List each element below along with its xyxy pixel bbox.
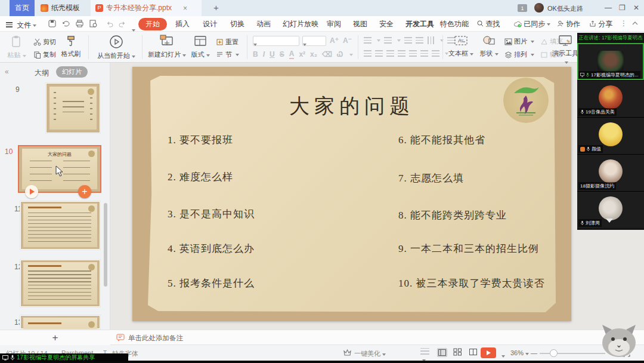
slide-title[interactable]: 大家的问题 (148, 93, 556, 120)
sync-status[interactable]: 已同步 (514, 19, 550, 29)
text-direction-icon[interactable] (428, 36, 434, 44)
align-left-icon[interactable] (364, 50, 371, 57)
scroll-down-icon[interactable] (606, 219, 613, 226)
justify-icon[interactable] (398, 50, 405, 57)
textbox-button[interactable]: A 文本框 (447, 35, 475, 58)
menu-tab-features[interactable]: 特色功能 (440, 19, 469, 29)
menu-tab-security[interactable]: 安全 (379, 19, 394, 29)
font-size-select[interactable] (302, 36, 326, 46)
participant-tile-3[interactable]: 颜值 (577, 117, 644, 154)
menu-tab-home[interactable]: 开始 (138, 18, 167, 30)
question-item-9[interactable]: 9. 一本二本和三本的招生比例 (398, 242, 539, 256)
sidebar-scrollbar[interactable] (104, 203, 107, 287)
font-family-select[interactable] (253, 36, 299, 46)
slides-tab[interactable]: 幻灯片 (56, 66, 88, 78)
question-item-6[interactable]: 6. 能不能报其他省 (398, 133, 485, 147)
participant-tile-2[interactable]: 19音像品关美 (577, 80, 644, 117)
increase-indent-icon[interactable] (416, 37, 423, 44)
outline-tab[interactable]: 大纲 (35, 68, 49, 78)
reset-button[interactable]: 重置 (216, 38, 239, 47)
clear-format-icon[interactable]: ⌫ (322, 50, 332, 59)
close-button[interactable]: ✕ (633, 4, 639, 12)
reading-view-icon[interactable] (469, 348, 479, 357)
numbering-icon[interactable] (384, 37, 392, 44)
new-slide-button[interactable]: 新建幻灯片 (148, 35, 186, 59)
normal-view-icon[interactable] (437, 348, 447, 357)
columns-icon[interactable] (420, 50, 428, 57)
menu-tab-transition[interactable]: 切换 (230, 19, 244, 29)
copy-button[interactable]: 复制 (33, 50, 56, 59)
present-tools-button[interactable]: 演示工具 (552, 35, 579, 65)
bullets-icon[interactable] (364, 37, 371, 44)
menu-tab-review[interactable]: 审阅 (327, 19, 341, 29)
minimize-button[interactable]: — (605, 4, 612, 12)
home-tab[interactable]: 首页 (10, 0, 35, 16)
decrease-indent-icon[interactable] (404, 37, 412, 44)
participant-tile-5[interactable]: 刘津周 (577, 191, 644, 228)
notification-badge[interactable]: 1 (518, 4, 527, 12)
play-from-current-button[interactable]: 从当前开始 (94, 35, 138, 60)
undo-icon[interactable] (105, 19, 114, 28)
document-tab[interactable]: P 专升本经验分享.pptx × (91, 0, 202, 16)
notes-toggle-icon[interactable] (420, 348, 431, 357)
arrange-button[interactable]: 排列 (504, 50, 534, 59)
screen-share-indicator[interactable]: 17影视编导夏明杰的屏幕共享 (0, 353, 128, 362)
play-options-caret-icon[interactable] (501, 355, 505, 359)
new-tab-button[interactable]: + (213, 2, 219, 13)
question-item-1[interactable]: 1. 要不要报班 (168, 133, 233, 147)
question-item-2[interactable]: 2. 难度怎么样 (168, 170, 233, 184)
undo-history-icon[interactable] (61, 19, 70, 28)
align-right-icon[interactable] (386, 50, 394, 57)
notes-bar[interactable]: 单击此处添加备注 (110, 330, 644, 345)
question-item-3[interactable]: 3. 是不是高中知识 (168, 207, 255, 221)
add-slide-button[interactable]: + (0, 330, 110, 345)
superscript-button[interactable]: x² (299, 50, 305, 59)
question-item-8[interactable]: 8. 能不能跨类别跨专业 (398, 208, 507, 222)
bold-button[interactable]: B (253, 50, 258, 59)
format-painter-button[interactable]: 格式刷 (58, 35, 83, 59)
zoom-slider-knob[interactable] (550, 349, 558, 357)
zoom-percent[interactable]: 36% (510, 349, 529, 356)
template-tab[interactable]: 纸壳模板 (36, 0, 85, 16)
underline-button[interactable]: U (270, 50, 275, 59)
user-avatar[interactable] (534, 3, 544, 13)
thumb-add-button[interactable]: + (78, 185, 91, 198)
increase-font-icon[interactable]: A⁺ (330, 36, 339, 45)
participant-tile-1[interactable]: 17影视编导夏明杰的... (577, 43, 644, 80)
strikethrough-button[interactable]: S (280, 50, 284, 59)
file-menu[interactable]: 文件 (6, 20, 36, 30)
slide-thumbnail-11[interactable] (20, 201, 101, 250)
layout-button[interactable]: 版式 (188, 35, 212, 59)
restore-button[interactable]: ❐ (619, 4, 626, 12)
search-menu[interactable]: 查找 (477, 19, 500, 29)
slide-thumbnail-12[interactable] (20, 259, 101, 307)
decrease-font-icon[interactable]: A⁻ (343, 36, 352, 45)
thumb-play-button[interactable] (25, 185, 38, 198)
question-item-5[interactable]: 5. 报考条件是什么 (168, 276, 255, 290)
slide-thumbnail-9[interactable] (45, 82, 101, 134)
question-item-10[interactable]: 10. 被三本录取了学费太贵读否 (398, 276, 545, 290)
collapse-ribbon-icon[interactable] (632, 19, 638, 27)
picture-button[interactable]: 图片 (504, 37, 534, 46)
save-icon[interactable] (48, 19, 57, 28)
collapse-panel-icon[interactable]: « (5, 67, 9, 76)
distribute-icon[interactable] (409, 50, 417, 57)
slideshow-play-button[interactable] (481, 347, 496, 358)
shapes-button[interactable]: 形状 (477, 35, 501, 58)
subscript-button[interactable]: x₂ (310, 50, 317, 59)
paste-button[interactable]: 粘贴 (6, 35, 27, 60)
close-document-tab-icon[interactable]: × (183, 4, 187, 13)
align-center-icon[interactable] (375, 50, 383, 57)
print-preview-icon[interactable] (89, 19, 98, 28)
menu-tab-insert[interactable]: 插入 (175, 19, 190, 29)
collab-button[interactable]: 协作 (557, 19, 580, 29)
section-button[interactable]: 节 (216, 50, 239, 59)
slide-thumbnail-13[interactable] (20, 315, 101, 330)
slide-sorter-icon[interactable] (453, 348, 463, 357)
menubar-more-icon[interactable]: ⋮ (620, 19, 627, 27)
share-button[interactable]: 分享 (589, 19, 612, 29)
participant-tile-4[interactable]: 18摄影摄像沈约 (577, 154, 644, 191)
font-color-button[interactable]: A (289, 50, 295, 59)
font-grow-shrink[interactable]: A⁺ A⁻ (330, 36, 352, 45)
redo-icon[interactable] (118, 19, 127, 28)
